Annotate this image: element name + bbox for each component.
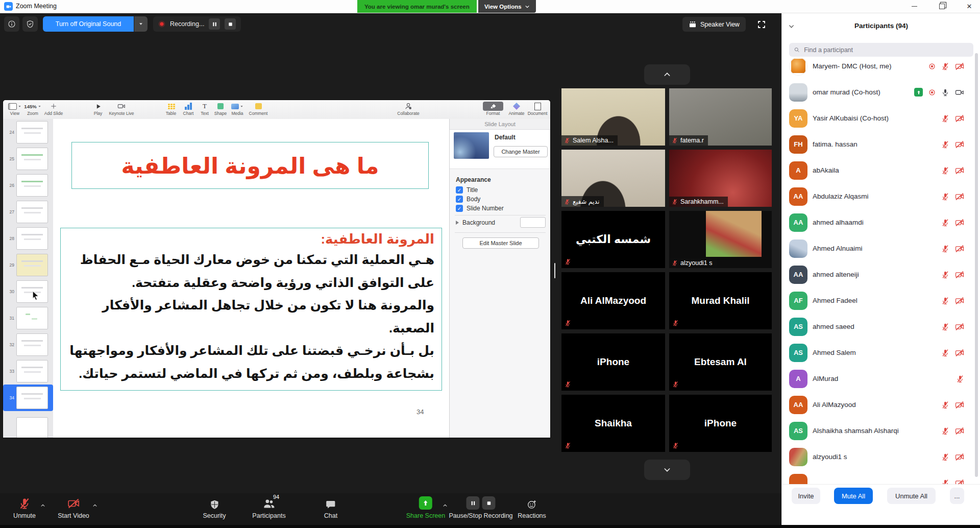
mute-all-button[interactable]: Mute All (834, 488, 873, 504)
participant-row[interactable]: AAAbdulaziz Alqasmi (782, 183, 980, 209)
slide-body-box[interactable]: المرونة العاطفية: هـي العملية التي تمكنا… (60, 228, 442, 391)
background-disclosure[interactable]: Background (456, 219, 495, 226)
keynote-zoom-control[interactable]: 145% Zoom (23, 102, 42, 116)
keynote-table-button[interactable]: Table (162, 102, 180, 116)
slide-thumbnail[interactable]: 28 (3, 225, 53, 252)
participant-row[interactable]: omar murad (Co-host) (782, 79, 980, 105)
participant-row[interactable]: Ahmed Alnuaimi (782, 235, 980, 261)
participant-row[interactable]: AAlMurad (782, 366, 980, 392)
video-tile[interactable]: نديم شفيع (561, 150, 665, 207)
keynote-format-button[interactable]: Format (482, 102, 504, 116)
body-checkbox-row[interactable]: ✓Body (456, 196, 480, 203)
video-tile[interactable]: Salem Alsha... (561, 88, 665, 146)
participant-row[interactable] (782, 470, 980, 484)
video-tile[interactable]: Ebtesam Al (669, 333, 772, 391)
invite-button[interactable]: Invite (792, 488, 820, 504)
keynote-shape-button[interactable]: Shape (211, 102, 230, 116)
slide-title-box[interactable]: ما هى المرونة العاطفية (71, 142, 429, 189)
participant-row[interactable]: AAahmed alteneiji (782, 261, 980, 287)
start-video-button[interactable]: Start Video (58, 496, 89, 519)
video-options-chevron[interactable] (92, 500, 97, 510)
unmute-all-button[interactable]: Unmute All (887, 488, 936, 504)
participant-row[interactable]: AAahmed alhaamdi (782, 209, 980, 235)
video-tile[interactable]: Murad Khalil (669, 272, 772, 329)
participant-row[interactable]: Maryem- DMC (Host, me) (782, 53, 980, 79)
slide-thumbnail[interactable]: 29 (3, 252, 53, 278)
encryption-button[interactable] (22, 16, 38, 32)
video-tile[interactable]: Sarahkhamm... (669, 150, 772, 207)
participant-row[interactable]: AabAkaila (782, 157, 980, 183)
video-tile[interactable]: iPhone (561, 333, 665, 391)
slide-thumbnail[interactable]: 32 (3, 331, 53, 358)
slide-thumbnail[interactable] (3, 415, 53, 438)
more-options-button[interactable]: ... (950, 488, 964, 504)
fullscreen-button[interactable] (754, 17, 769, 31)
video-tile[interactable]: شمسه الكتبي (561, 211, 665, 268)
share-screen-button[interactable]: Share Screen (406, 496, 445, 519)
slide-thumbnail[interactable]: 26 (3, 172, 53, 199)
participant-row[interactable]: ASAhmed Salem (782, 340, 980, 366)
view-options-button[interactable]: View Options (478, 0, 536, 13)
change-master-button[interactable]: Change Master (494, 146, 548, 157)
share-options-chevron[interactable] (443, 500, 448, 510)
keynote-animate-button[interactable]: Animate (505, 102, 528, 116)
slide-thumbnail[interactable]: 25 (3, 146, 53, 172)
title-checkbox-row[interactable]: ✓Title (456, 186, 478, 194)
chat-button[interactable]: Chat (324, 496, 337, 519)
background-color-well[interactable] (520, 217, 546, 228)
keynote-play-button[interactable]: Play (89, 102, 107, 116)
slide-thumbnail[interactable]: 31 (3, 305, 53, 331)
video-strip-down-button[interactable] (644, 460, 690, 480)
video-tile[interactable]: iPhone (669, 395, 772, 452)
mic-muted-icon (941, 401, 949, 409)
slide-thumbnail[interactable]: 27 (3, 199, 53, 225)
stop-recording-button[interactable] (482, 496, 496, 510)
turn-off-original-sound-button[interactable]: Turn off Original Sound (43, 16, 134, 32)
security-button[interactable]: Security (203, 496, 226, 519)
keynote-comment-button[interactable]: Comment (247, 102, 270, 116)
stop-recording-button[interactable] (225, 18, 236, 30)
master-slide-thumbnail[interactable] (454, 132, 489, 159)
keynote-document-button[interactable]: Document (526, 102, 549, 116)
participants-scrollbar[interactable] (975, 53, 978, 477)
slide-number-checkbox-row[interactable]: ✓Slide Number (456, 205, 504, 212)
participant-row[interactable]: ASAlshaikha shamsah Alsharqi (782, 418, 980, 444)
unmute-button[interactable]: Unmute (13, 496, 36, 519)
keynote-add-slide-button[interactable]: Add Slide (42, 102, 65, 116)
pane-resize-handle[interactable] (554, 263, 555, 278)
video-tile[interactable]: Shaikha (561, 395, 665, 452)
panel-collapse-button[interactable] (788, 21, 795, 31)
restore-button[interactable] (935, 2, 948, 12)
slide-thumbnail[interactable]: 33 (3, 358, 53, 385)
pause-recording-button[interactable] (209, 18, 220, 30)
participant-row[interactable]: alzyoudi1 s (782, 444, 980, 470)
participant-row[interactable]: ASahmed saeed (782, 314, 980, 340)
participant-row[interactable]: AAAli AlMazyood (782, 392, 980, 418)
pause-recording-button[interactable] (467, 496, 480, 510)
participants-button[interactable]: 94 Participants (252, 496, 285, 519)
close-button[interactable]: ✕ (963, 2, 976, 12)
edit-master-slide-button[interactable]: Edit Master Slide (462, 237, 539, 249)
reactions-button[interactable]: Reactions (518, 496, 546, 519)
video-tile[interactable]: alzyoudi1 s (669, 211, 772, 268)
original-sound-dropdown[interactable] (134, 16, 148, 32)
keynote-live-button[interactable]: Keynote Live (107, 102, 136, 116)
participant-row[interactable]: FHfatima. hassan (782, 131, 980, 157)
keynote-collaborate-button[interactable]: Collaborate (393, 102, 424, 116)
video-tile[interactable]: Ali AlMazyood (561, 272, 665, 329)
slide-thumbnail[interactable]: 34 (3, 385, 53, 411)
speaker-view-button[interactable]: Speaker View (682, 17, 746, 32)
video-tile[interactable]: fatema.r (669, 88, 772, 146)
keynote-chart-button[interactable]: Chart (180, 102, 197, 116)
keynote-view-button[interactable]: View (6, 102, 23, 116)
participant-row[interactable]: AFAhmed Fadeel (782, 287, 980, 314)
keynote-media-button[interactable]: Media (228, 102, 247, 116)
keynote-text-button[interactable]: T Text (197, 102, 212, 116)
slide-thumbnail[interactable]: 30 (3, 278, 53, 305)
meeting-info-button[interactable] (4, 16, 19, 32)
slide-thumbnail[interactable]: 24 (3, 119, 53, 146)
audio-options-chevron[interactable] (40, 500, 45, 510)
video-strip-up-button[interactable] (644, 64, 690, 85)
minimize-button[interactable] (908, 2, 921, 12)
participant-row[interactable]: YAYasir AlKubaisi (Co-host) (782, 105, 980, 131)
